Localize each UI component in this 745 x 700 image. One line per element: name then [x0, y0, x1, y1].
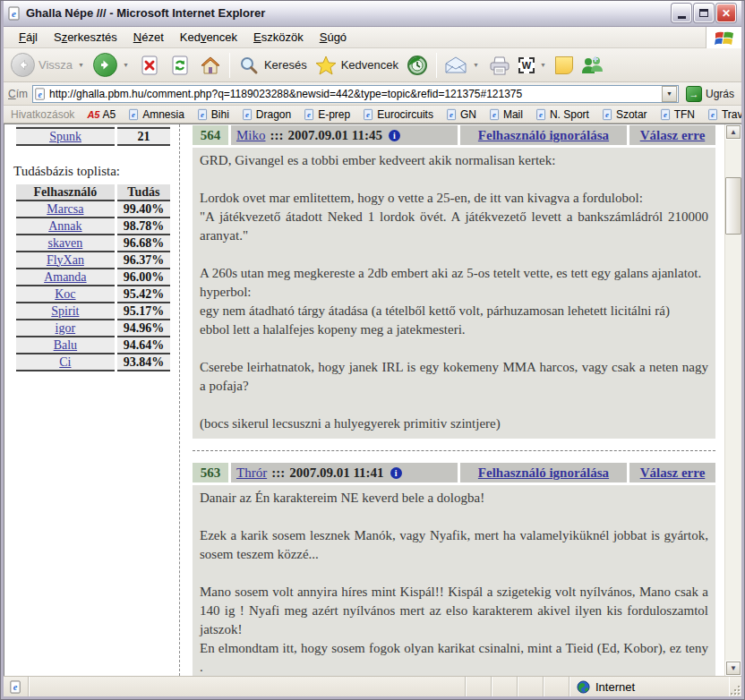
user-link[interactable]: Marcsa — [47, 202, 83, 216]
ignore-user-link[interactable]: Felhasználó ignorálása — [460, 125, 627, 145]
window-title: Ghalla Népe /// - Microsoft Internet Exp… — [26, 6, 669, 20]
link-dragon[interactable]: eDragon — [236, 108, 296, 121]
edit-word-icon: W — [518, 57, 535, 73]
refresh-button[interactable] — [165, 52, 195, 79]
favorites-button[interactable]: Kedvencek — [311, 52, 402, 79]
author-link[interactable]: Miko — [236, 128, 266, 143]
ie-page-icon: e — [242, 108, 253, 121]
messenger-button[interactable] — [577, 52, 607, 79]
link-label: Szotar — [616, 108, 647, 121]
forward-button[interactable]: ▼ — [90, 51, 134, 79]
reply-link[interactable]: Válasz erre — [629, 463, 715, 482]
svg-text:e: e — [132, 110, 135, 119]
edit-button[interactable]: W ▼ — [515, 55, 552, 75]
maximize-button[interactable] — [694, 4, 714, 22]
score-value: 96.00% — [117, 269, 170, 286]
table-row: FlyXan96.37% — [16, 252, 170, 269]
menu-edit[interactable]: Szerkesztés — [46, 28, 125, 47]
title-bar[interactable]: e Ghalla Népe /// - Microsoft Internet E… — [4, 0, 741, 27]
link-a5[interactable]: A5A5 — [81, 108, 121, 121]
search-button[interactable]: Keresés — [234, 52, 311, 79]
scroll-down-button[interactable]: ▼ — [725, 661, 741, 676]
ignore-user-link[interactable]: Felhasználó ignorálása — [460, 463, 627, 482]
link-gn[interactable]: eGN — [441, 108, 482, 121]
forward-chevron-down-icon[interactable]: ▼ — [121, 62, 131, 68]
menu-file[interactable]: Fájl — [11, 28, 46, 47]
go-label: Ugrás — [706, 88, 734, 100]
back-button[interactable]: Vissza ▼ — [7, 51, 90, 79]
info-icon[interactable]: i — [390, 467, 402, 479]
zone-label: Internet — [595, 680, 635, 694]
home-icon — [199, 54, 222, 77]
link-travian[interactable]: eTravian — [702, 108, 741, 121]
post-divider — [193, 450, 715, 451]
user-link[interactable]: Balu — [54, 338, 77, 352]
link-eurocircuits[interactable]: eEurocircuits — [357, 108, 439, 121]
toplist-header-row: Felhasználó Tudás — [16, 184, 170, 201]
svg-text:e: e — [492, 110, 496, 119]
resize-grip[interactable] — [729, 677, 741, 696]
toolbar-separator — [229, 53, 230, 78]
user-link[interactable]: Spirit — [51, 304, 79, 318]
link-nsport[interactable]: eN. Sport — [530, 108, 595, 121]
back-chevron-down-icon[interactable]: ▼ — [76, 62, 86, 68]
url-input[interactable] — [49, 88, 662, 100]
user-link[interactable]: Ci — [59, 355, 71, 369]
link-mail[interactable]: eMail — [484, 108, 528, 121]
user-link[interactable]: igor — [56, 321, 76, 335]
address-field[interactable]: e ▼ — [32, 85, 679, 103]
discuss-button[interactable] — [552, 55, 577, 76]
mail-chevron-down-icon[interactable]: ▼ — [471, 62, 481, 68]
minimize-icon — [678, 16, 686, 19]
menu-favorites[interactable]: Kedvencek — [172, 28, 245, 47]
link-amnesia[interactable]: eAmnesia — [123, 108, 190, 121]
printer-icon — [488, 54, 511, 77]
link-tfn[interactable]: eTFN — [655, 108, 700, 121]
edit-chevron-down-icon[interactable]: ▼ — [538, 62, 548, 68]
standard-toolbar: Vissza ▼ ▼ Keresés Kedvencek — [4, 48, 741, 82]
status-pane — [518, 677, 544, 696]
print-button[interactable] — [484, 52, 515, 79]
link-label: TFN — [674, 108, 695, 121]
user-link[interactable]: Amanda — [44, 270, 86, 284]
stop-button[interactable] — [134, 52, 165, 79]
history-button[interactable] — [402, 52, 432, 79]
close-button[interactable]: ✕ — [716, 4, 736, 22]
address-dropdown-button[interactable]: ▼ — [662, 86, 677, 102]
reply-link[interactable]: Válasz erre — [629, 125, 715, 145]
info-icon[interactable]: i — [389, 130, 400, 141]
link-label: E-prep — [318, 108, 350, 121]
user-link[interactable]: Koc — [55, 287, 75, 301]
author-link[interactable]: Thrór — [236, 465, 267, 481]
address-bar: Cím e ▼ → Ugrás — [4, 82, 741, 106]
status-bar: e Internet — [4, 676, 741, 696]
link-szotar[interactable]: eSzotar — [596, 108, 653, 121]
mail-button[interactable]: ▼ — [441, 52, 484, 79]
toolbar-separator — [436, 53, 437, 78]
menu-tools[interactable]: Eszközök — [245, 28, 312, 47]
menu-view[interactable]: Nézet — [125, 28, 172, 47]
link-label: N. Sport — [550, 108, 589, 121]
spunk-table: Spunk 21 — [13, 125, 173, 146]
post-author-cell: Thrór ::: 2007.09.01 11:41 i — [231, 463, 458, 482]
scroll-up-button[interactable]: ▲ — [725, 124, 741, 140]
vertical-scrollbar[interactable]: ▲ ▼ — [724, 124, 741, 676]
security-zone-pane: Internet — [569, 677, 729, 696]
user-link[interactable]: skaven — [47, 236, 82, 250]
svg-text:e: e — [450, 110, 453, 119]
menu-help[interactable]: Súgó — [312, 28, 355, 47]
minimize-button[interactable] — [672, 4, 691, 22]
scrollbar-thumb[interactable] — [725, 177, 741, 235]
post-header: 563 Thrór ::: 2007.09.01 11:41 i Felhasz… — [193, 463, 715, 482]
link-label: Amnesia — [142, 108, 184, 121]
home-button[interactable] — [195, 52, 226, 79]
post-number: 564 — [193, 125, 228, 145]
user-link[interactable]: FlyXan — [47, 253, 84, 267]
star-icon — [314, 54, 338, 77]
link-eprep[interactable]: eE-prep — [298, 108, 355, 121]
go-button[interactable]: → Ugrás — [683, 85, 737, 103]
scrollbar-track[interactable] — [725, 140, 741, 661]
link-bihi[interactable]: eBihi — [192, 108, 235, 121]
user-link-spunk[interactable]: Spunk — [49, 130, 81, 143]
user-link[interactable]: Annak — [48, 219, 81, 233]
